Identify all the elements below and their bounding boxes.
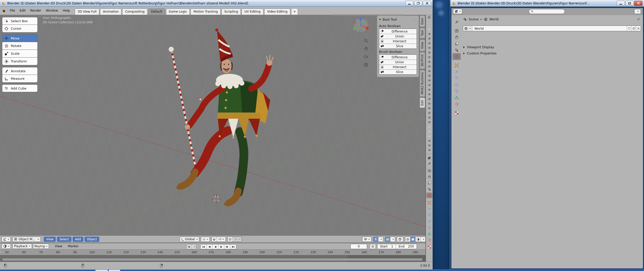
outliner-visibility-toggle[interactable] bbox=[426, 31, 432, 36]
properties-tab-view-layer[interactable] bbox=[452, 41, 461, 47]
ruler-chevron-icon[interactable]: › bbox=[0, 250, 1, 254]
fake-user-button[interactable] bbox=[627, 26, 631, 31]
world-name-field[interactable]: World bbox=[472, 26, 627, 31]
shading-solid-button[interactable] bbox=[410, 237, 416, 242]
play-button[interactable] bbox=[218, 244, 224, 249]
pan-hand-icon[interactable] bbox=[363, 46, 369, 51]
frame-end-field[interactable]: End250 bbox=[396, 244, 417, 249]
tool-move[interactable]: Move bbox=[2, 34, 38, 42]
gizmo-x-axis[interactable] bbox=[366, 27, 369, 30]
properties-tab-constraints[interactable] bbox=[452, 88, 461, 94]
shading-material-button[interactable] bbox=[416, 237, 421, 242]
scene-icon[interactable] bbox=[463, 18, 467, 21]
strip-properties-tab-output[interactable] bbox=[426, 174, 432, 180]
strip-properties-tab-material[interactable] bbox=[426, 237, 432, 243]
workspace-tab-compositing[interactable]: Compositing bbox=[122, 9, 147, 15]
menu-window[interactable]: Window bbox=[44, 8, 60, 13]
blender-logo-menu[interactable] bbox=[2, 9, 6, 13]
outliner-visibility-toggle[interactable] bbox=[426, 110, 432, 115]
outliner-visibility-toggle[interactable] bbox=[426, 83, 432, 87]
zoom-icon[interactable] bbox=[363, 38, 369, 43]
outliner-visibility-toggle[interactable] bbox=[426, 97, 432, 101]
tool-transform[interactable]: Transform bbox=[2, 58, 38, 65]
workspace-tab-game-logic[interactable]: Game Logic bbox=[166, 9, 190, 15]
minimize-button[interactable] bbox=[405, 1, 414, 6]
workspace-tab-scripting[interactable]: Scripting bbox=[221, 9, 241, 15]
current-frame-field[interactable]: 0 bbox=[350, 244, 367, 249]
properties-tab-world[interactable] bbox=[452, 53, 461, 60]
outliner-visibility-toggle[interactable] bbox=[426, 115, 432, 120]
strip-properties-tab-modifiers[interactable] bbox=[426, 206, 432, 212]
tool-measure[interactable]: Measure bbox=[2, 75, 38, 83]
strip-properties-tab-render[interactable] bbox=[426, 168, 432, 173]
sidebar-tab-item[interactable]: Item bbox=[420, 15, 425, 27]
xray-toggle[interactable] bbox=[397, 237, 403, 242]
ortho-toggle-icon[interactable] bbox=[363, 62, 369, 67]
auto-keying-toggle[interactable] bbox=[187, 244, 192, 249]
properties-tab-physics[interactable] bbox=[452, 82, 461, 88]
tool-add-cube[interactable]: Add Cube bbox=[2, 84, 38, 92]
sidebar-tab-view[interactable]: View bbox=[420, 39, 425, 51]
gizmo-y-axis[interactable] bbox=[353, 27, 356, 30]
unlink-button[interactable] bbox=[636, 26, 641, 31]
play-reverse-button[interactable] bbox=[212, 244, 218, 249]
auto-boolean-difference-button[interactable]: Difference bbox=[379, 29, 417, 34]
properties-tab-material[interactable] bbox=[452, 101, 461, 107]
menu-help[interactable]: Help bbox=[60, 8, 72, 13]
outliner-visibility-toggle[interactable] bbox=[426, 64, 432, 69]
object-visibility-dropdown[interactable] bbox=[362, 237, 371, 242]
viewport-menu-view[interactable]: View bbox=[44, 237, 56, 242]
new-copy-button[interactable] bbox=[631, 26, 636, 31]
outliner-visibility-toggle[interactable] bbox=[426, 138, 432, 143]
auto-keying-dropdown[interactable] bbox=[192, 244, 196, 249]
outliner-visibility-toggle[interactable] bbox=[426, 143, 432, 148]
sidebar-tab-tool[interactable]: Tool bbox=[420, 28, 425, 38]
outliner-editor-button[interactable] bbox=[426, 15, 432, 20]
overlays-dropdown[interactable] bbox=[390, 237, 395, 242]
frame-start-field[interactable]: Start1 bbox=[377, 244, 396, 249]
brush-boolean-slice-button[interactable]: Slice bbox=[379, 69, 417, 74]
keying-dropdown[interactable]: Keying bbox=[33, 244, 49, 249]
left-titlebar[interactable]: Blender [E:\Daten Blender-3D Druck\3D Da… bbox=[0, 0, 433, 7]
outliner-visibility-toggle[interactable] bbox=[426, 36, 432, 41]
tool-scale[interactable]: Scale bbox=[2, 50, 38, 58]
menu-edit[interactable]: Edit bbox=[17, 8, 28, 13]
properties-tab-object[interactable] bbox=[452, 62, 461, 69]
world-icon[interactable] bbox=[484, 18, 488, 21]
world-browse-dropdown[interactable] bbox=[463, 26, 472, 31]
auto-boolean-intersect-button[interactable]: Intersect bbox=[379, 39, 417, 44]
next-keyframe-button[interactable] bbox=[224, 244, 230, 249]
tool-select-box[interactable]: Select Box bbox=[2, 17, 38, 25]
shading-wireframe-button[interactable] bbox=[405, 237, 410, 242]
workspace-tab-3d-view-full[interactable]: 3D View Full bbox=[75, 9, 100, 15]
timeline-menu-marker[interactable]: Marker bbox=[65, 244, 81, 249]
sidebar-tab-3d-print[interactable]: 3D-Print bbox=[420, 52, 425, 69]
workspace-tab-motion-tracking[interactable]: Motion Tracking bbox=[191, 9, 220, 15]
outliner-visibility-toggle[interactable] bbox=[426, 50, 432, 55]
outliner-visibility-toggle[interactable] bbox=[426, 148, 432, 152]
properties-tab-particles[interactable] bbox=[452, 75, 461, 82]
viewport-menu-select[interactable]: Select bbox=[57, 237, 71, 242]
strip-properties-tab-scene[interactable] bbox=[426, 186, 432, 192]
outliner-collapse-chevron[interactable] bbox=[426, 129, 432, 134]
timeline-menu-view[interactable]: View bbox=[53, 244, 64, 249]
jester-model[interactable] bbox=[169, 28, 273, 206]
tool-annotate[interactable]: Annotate bbox=[2, 67, 38, 75]
outliner-collapse-chevron[interactable] bbox=[426, 27, 432, 31]
gizmos-dropdown[interactable] bbox=[378, 237, 383, 242]
outliner-visibility-toggle[interactable] bbox=[426, 106, 432, 110]
strip-properties-tab-data[interactable] bbox=[426, 231, 432, 236]
right-titlebar[interactable]: Blender [E:\Daten Blender-3D Druck\3D Da… bbox=[450, 0, 644, 7]
outliner-visibility-toggle[interactable] bbox=[426, 73, 432, 78]
outliner-visibility-toggle[interactable] bbox=[426, 92, 432, 97]
sidebar-tab-mhx2-runtime[interactable]: MHX2 Runtime bbox=[420, 70, 425, 97]
workspace-tab-video-editing[interactable]: Video Editing bbox=[264, 9, 290, 15]
minimize-button[interactable] bbox=[617, 1, 625, 6]
brush-boolean-intersect-button[interactable]: Intersect bbox=[379, 65, 417, 69]
pin-icon[interactable] bbox=[637, 17, 640, 21]
filter-dropdown[interactable] bbox=[634, 9, 641, 14]
use-preview-range-toggle[interactable] bbox=[370, 244, 376, 249]
outliner-visibility-toggle[interactable] bbox=[426, 120, 432, 124]
outliner-collapse-chevron[interactable] bbox=[426, 134, 432, 138]
breadcrumb-world[interactable]: World bbox=[489, 17, 499, 21]
